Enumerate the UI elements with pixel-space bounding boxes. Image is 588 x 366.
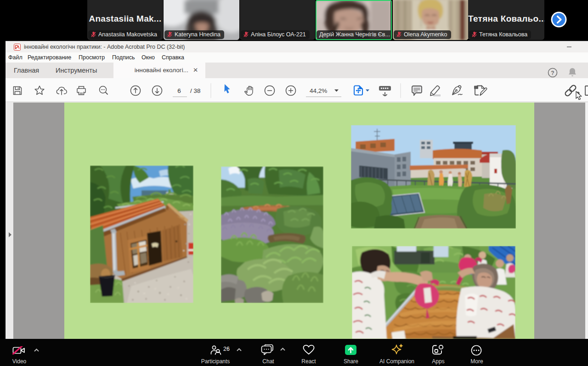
svg-text:6: 6 — [177, 87, 181, 94]
svg-text:/ 38: / 38 — [190, 87, 201, 94]
svg-text:44,2%: 44,2% — [310, 87, 327, 94]
svg-text:?: ? — [551, 70, 554, 76]
svg-text:26: 26 — [223, 346, 230, 352]
